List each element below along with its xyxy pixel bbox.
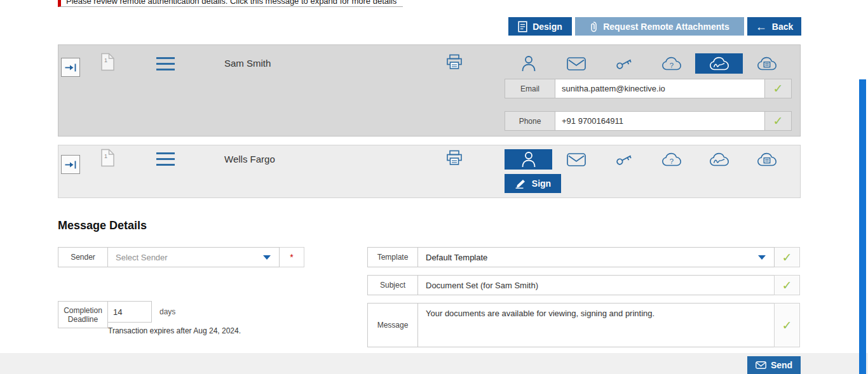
chevron-down-icon	[263, 255, 271, 260]
message-textarea[interactable]: Your documents are available for viewing…	[417, 303, 775, 347]
alert-message[interactable]: Please review remote authentication deta…	[58, 0, 403, 7]
template-select-value: Default Template	[426, 253, 487, 262]
template-select[interactable]: Default Template	[417, 247, 775, 267]
recipient-row-wells-fargo: 1 Wells Fargo	[58, 145, 801, 198]
drag-handle[interactable]	[156, 152, 175, 166]
question-cloud-icon: ?	[661, 151, 682, 168]
deadline-input[interactable]	[107, 301, 152, 323]
recipient-name: Sam Smith	[224, 58, 271, 69]
document-count-icon: 1	[100, 53, 115, 71]
pen-icon	[515, 179, 527, 189]
in-person-option-button[interactable]	[505, 149, 552, 170]
subject-valid-indicator: ✓	[774, 275, 800, 295]
sign-button[interactable]: Sign	[505, 174, 561, 193]
fax-cloud-button[interactable]	[743, 149, 790, 170]
phone-input[interactable]	[555, 111, 765, 131]
document-count-icon: 1	[100, 149, 115, 167]
message-details-heading: Message Details	[58, 219, 147, 232]
template-valid-indicator: ✓	[774, 247, 800, 267]
key-icon	[614, 151, 634, 168]
deadline-label: Completion Deadline	[58, 301, 108, 328]
subject-field-group: Subject ✓	[367, 275, 800, 295]
recipient-name: Wells Fargo	[224, 154, 275, 164]
fax-cloud-icon	[756, 151, 778, 168]
arrow-to-bar-icon	[64, 160, 77, 170]
email-option-button[interactable]	[552, 53, 600, 74]
question-cloud-icon: ?	[661, 55, 682, 72]
sender-label: Sender	[58, 247, 108, 267]
sender-required-marker: *	[279, 247, 304, 267]
email-input[interactable]	[555, 79, 765, 98]
message-field-group: Message Your documents are available for…	[367, 303, 800, 347]
kba-cloud-button[interactable]: ?	[648, 149, 695, 170]
email-label: Email	[505, 79, 555, 98]
remote-sign-cloud-button[interactable]	[695, 53, 743, 74]
design-button[interactable]: Design	[508, 17, 572, 36]
authentication-key-button[interactable]	[600, 149, 648, 170]
footer-strip	[0, 353, 868, 374]
document-count-label: 1	[104, 153, 107, 159]
subject-label: Subject	[367, 275, 418, 295]
deadline-field-group: Completion Deadline days	[58, 301, 175, 328]
arrow-to-bar-icon	[64, 63, 77, 72]
print-button[interactable]	[446, 54, 463, 70]
check-icon: ✓	[782, 278, 792, 293]
back-button-label: Back	[772, 22, 793, 32]
expiry-note: Transaction expires after Aug 24, 2024.	[108, 326, 241, 335]
printer-icon	[446, 54, 463, 70]
subject-input[interactable]	[417, 275, 775, 295]
phone-field-row: Phone ✓	[505, 111, 792, 131]
deadline-days-label: days	[159, 301, 175, 323]
print-button[interactable]	[446, 150, 463, 166]
delivery-options-row: ?	[505, 149, 790, 170]
send-button[interactable]: Send	[747, 356, 801, 374]
alert-text: Please review remote authentication deta…	[66, 0, 397, 6]
send-button-label: Send	[771, 360, 792, 370]
sign-button-label: Sign	[532, 178, 551, 189]
message-label: Message	[367, 303, 418, 347]
design-document-icon	[518, 21, 527, 32]
authentication-key-button[interactable]	[600, 53, 648, 74]
envelope-icon	[567, 57, 586, 70]
send-envelope-icon	[756, 361, 766, 369]
envelope-icon	[567, 153, 586, 166]
fax-cloud-button[interactable]	[743, 53, 790, 74]
email-option-button[interactable]	[552, 149, 600, 170]
check-icon: ✓	[773, 114, 783, 128]
printer-icon	[446, 150, 463, 166]
back-arrow-icon: ←	[756, 21, 767, 32]
template-field-group: Template Default Template ✓	[367, 247, 800, 267]
person-icon	[521, 150, 536, 168]
check-icon: ✓	[773, 81, 783, 96]
move-recipient-button[interactable]	[61, 58, 80, 77]
back-button[interactable]: ← Back	[747, 17, 801, 36]
design-button-label: Design	[532, 22, 562, 32]
key-icon	[614, 55, 634, 72]
chevron-down-icon	[758, 255, 766, 260]
recipient-row-sam-smith: 1 Sam Smith	[58, 44, 801, 137]
drag-handle[interactable]	[156, 57, 175, 70]
move-recipient-button[interactable]	[61, 155, 80, 174]
template-label: Template	[367, 247, 418, 267]
request-remote-attachments-label: Request Remote Attachments	[603, 22, 729, 32]
request-remote-attachments-button[interactable]: Request Remote Attachments	[575, 17, 744, 36]
remote-sign-cloud-button[interactable]	[695, 149, 743, 170]
fax-cloud-icon	[756, 55, 778, 72]
sender-select[interactable]: Select Sender	[107, 247, 280, 267]
sender-field-group: Sender Select Sender *	[58, 247, 304, 267]
paperclip-icon	[590, 21, 598, 32]
email-field-row: Email ✓	[505, 79, 792, 98]
svg-text:?: ?	[669, 157, 673, 164]
person-icon	[521, 55, 536, 72]
check-icon: ✓	[782, 250, 792, 265]
signature-cloud-icon	[709, 55, 730, 72]
kba-cloud-button[interactable]: ?	[648, 53, 695, 74]
phone-valid-indicator: ✓	[765, 111, 792, 131]
sender-select-value: Select Sender	[116, 253, 168, 262]
signature-cloud-icon	[709, 151, 730, 168]
in-person-option-button[interactable]	[505, 53, 552, 74]
message-valid-indicator: ✓	[774, 303, 800, 347]
svg-text:?: ?	[669, 61, 673, 69]
email-valid-indicator: ✓	[765, 79, 792, 98]
scrollbar[interactable]	[859, 79, 866, 374]
